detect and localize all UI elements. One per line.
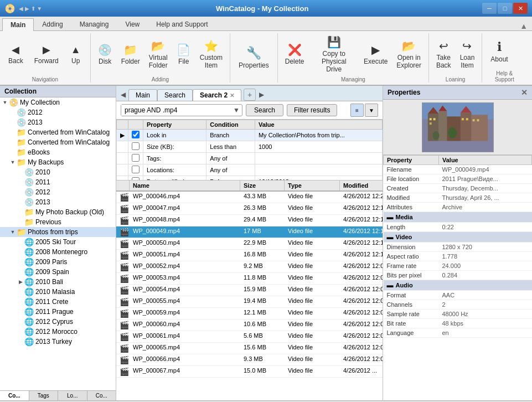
tree-item-ebooks[interactable]: 📁eBooks <box>0 147 116 157</box>
file-list-row[interactable]: 🎬 WP_000047.mp4 26.3 MB Video file 4/26/… <box>116 203 383 215</box>
file-list-row[interactable]: 🎬 WP_000052.mp4 9.2 MB Video file 4/26/2… <box>116 261 383 273</box>
props-section-audio[interactable]: ▬Audio <box>384 280 532 291</box>
file-list-row[interactable]: 🎬 WP_000055.mp4 19.4 MB Video file 4/26/… <box>116 296 383 308</box>
filter-checkbox[interactable] <box>132 166 140 173</box>
file-list-row[interactable]: 🎬 WP_000050.mp4 22.9 MB Video file 4/26/… <box>116 238 383 250</box>
properties-button[interactable]: 🔧 Properties <box>234 44 274 71</box>
file-list-row[interactable]: 🎬 WP_000065.mp4 15.6 MB Video file 4/26/… <box>116 343 383 354</box>
take-back-button[interactable]: ↩ TakeBack <box>432 37 455 71</box>
tab-managing[interactable]: Managing <box>71 18 117 30</box>
tree-item-my_collection[interactable]: ▼📀My Collection <box>0 97 116 107</box>
file-list-row[interactable]: 🎬 WP_000067.mp4 15.0 MB Video file 4/26/… <box>116 366 383 378</box>
filter-row-check[interactable] <box>128 176 143 181</box>
virtual-folder-button[interactable]: 📂 VirtualFolder <box>145 37 172 71</box>
file-list-row[interactable]: 🎬 WP_000049.mp4 17 MB Video file 4/26/20… <box>116 226 383 238</box>
file-list-row[interactable]: 🎬 WP_000054.mp4 15.9 MB Video file 4/26/… <box>116 285 383 296</box>
close-button[interactable]: ✕ <box>513 3 528 14</box>
tab-add-button[interactable]: + <box>244 89 256 101</box>
filter-checkbox[interactable] <box>132 142 140 150</box>
props-section-video[interactable]: ▬Video <box>384 232 532 243</box>
tree-item-2012_cyprus[interactable]: 🌐2012 Cyprus <box>0 317 116 327</box>
loan-item-button[interactable]: ↪ LoanItem <box>456 37 479 71</box>
sidebar-tab-locations[interactable]: Lo... <box>58 391 87 400</box>
tree-item-2010_bali[interactable]: ▶🌐2010 Bali <box>0 277 116 287</box>
col-name[interactable]: Name <box>130 181 240 190</box>
props-section-header-media[interactable]: ▬Media <box>384 212 532 223</box>
tree-item-converted1[interactable]: 📁Converted from WinCatalog <box>0 127 116 137</box>
tree-item-previous[interactable]: 📁Previous <box>0 217 116 227</box>
tab-search2[interactable]: Search 2 ✕ <box>193 89 241 101</box>
tab-prev-button[interactable]: ◀ <box>117 89 128 101</box>
tree-item-2009_spain[interactable]: 🌐2009 Spain <box>0 267 116 277</box>
tree-item-2010b[interactable]: 💿2010 <box>0 167 116 177</box>
tree-item-my_backups[interactable]: ▼📁My Backups <box>0 157 116 167</box>
tree-item-2009_paris[interactable]: 🌐2009 Paris <box>0 257 116 267</box>
filter-row-check[interactable] <box>128 130 143 141</box>
view-options-button[interactable]: ▼ <box>365 104 378 117</box>
tree-item-2005_ski[interactable]: 🌐2005 Ski Tour <box>0 237 116 247</box>
filter-row[interactable]: Date modified: Before 12/12/2013 <box>117 176 383 181</box>
col-modified[interactable]: Modified <box>340 181 383 190</box>
tab-next-button[interactable]: ▶ <box>256 89 267 101</box>
tree-item-2011_prague[interactable]: 🌐2011 Prague <box>0 307 116 317</box>
tree-item-2012a[interactable]: 💿2012 <box>0 107 116 117</box>
maximize-button[interactable]: □ <box>498 3 512 14</box>
file-list-row[interactable]: 🎬 WP_000066.mp4 9.3 MB Video file 4/26/2… <box>116 354 383 366</box>
open-explorer-button[interactable]: 📂 Open inExplorer <box>392 37 425 71</box>
tree-item-photos_from_trips[interactable]: ▼📁Photos from trips <box>0 227 116 237</box>
filter-row[interactable]: Size (KB): Less than 1000 <box>117 141 383 153</box>
filter-row[interactable]: Locations: Any of <box>117 164 383 176</box>
tree-item-2010_malasia[interactable]: 🌐2010 Malasia <box>0 287 116 297</box>
props-section-media[interactable]: ▬Media <box>384 212 532 223</box>
tree-item-2012b[interactable]: 💿2012 <box>0 187 116 197</box>
minimize-button[interactable]: ─ <box>482 3 497 14</box>
tree-item-2013b[interactable]: 💿2013 <box>0 197 116 207</box>
file-button[interactable]: 📄 File <box>173 41 195 68</box>
tab-search[interactable]: Search <box>157 89 193 101</box>
delete-button[interactable]: ❌ Delete <box>281 41 308 68</box>
disk-button[interactable]: 💿 Disk <box>94 41 116 68</box>
file-list-row[interactable]: 🎬 WP_000048.mp4 29.4 MB Video file 4/26/… <box>116 215 383 226</box>
file-list-row[interactable]: 🎬 WP_000060.mp4 10.6 MB Video file 4/26/… <box>116 319 383 331</box>
tree-item-2011_crete[interactable]: 🌐2011 Crete <box>0 297 116 307</box>
tab-search2-close[interactable]: ✕ <box>230 92 234 99</box>
props-section-header-video[interactable]: ▬Video <box>384 232 532 243</box>
tab-main[interactable]: Main <box>128 89 157 101</box>
filter-row-check[interactable] <box>128 141 143 153</box>
tab-help[interactable]: Help and Support <box>148 18 216 30</box>
filter-row-check[interactable] <box>128 164 143 176</box>
filter-row[interactable]: Tags: Any of <box>117 153 383 164</box>
tree-item-2013a[interactable]: 💿2013 <box>0 117 116 127</box>
tree-item-2013_turkey[interactable]: 🌐2013 Turkey <box>0 337 116 347</box>
folder-button[interactable]: 📁 Folder <box>117 41 144 68</box>
file-list-row[interactable]: 🎬 WP_000059.mp4 12.1 MB Video file 4/26/… <box>116 308 383 319</box>
tab-adding[interactable]: Adding <box>34 18 71 30</box>
sidebar-tree[interactable]: ▼📀My Collection💿2012💿2013📁Converted from… <box>0 97 116 390</box>
file-list-row[interactable]: 🎬 WP_000061.mp4 5.6 MB Video file 4/26/2… <box>116 331 383 343</box>
col-size[interactable]: Size <box>240 181 285 190</box>
properties-panel-close[interactable]: ✕ <box>521 88 528 97</box>
about-button[interactable]: ℹ About <box>485 38 513 65</box>
back-button[interactable]: ◀ Back <box>3 42 28 67</box>
tree-item-2012_morocco[interactable]: 🌐2012 Morocco <box>0 327 116 337</box>
tree-item-converted2[interactable]: 📁Converted from WinCatalog <box>0 137 116 147</box>
sidebar-tab-collection[interactable]: Co... <box>0 391 29 400</box>
file-list-row[interactable]: 🎬 WP_000053.mp4 11.8 MB Video file 4/26/… <box>116 273 383 285</box>
search-button[interactable]: Search <box>246 104 283 116</box>
tree-item-my_photo_backup[interactable]: 📁My Photo Backup (Old) <box>0 207 116 217</box>
sidebar-tab-tags[interactable]: Tags <box>29 391 59 400</box>
filter-checkbox[interactable] <box>132 131 140 138</box>
tab-main[interactable]: Main <box>2 18 34 31</box>
filter-results-button[interactable]: Filter results <box>287 104 337 116</box>
props-section-header-audio[interactable]: ▬Audio <box>384 280 532 291</box>
filter-checkbox[interactable] <box>132 154 140 162</box>
ribbon-collapse-icon[interactable]: ▲ <box>520 22 528 30</box>
tree-item-2011b[interactable]: 💿2011 <box>0 177 116 187</box>
file-list-row[interactable]: 🎬 WP_000046.mp4 43.3 MB Video file 4/26/… <box>116 192 383 203</box>
file-list-row[interactable]: 🎬 WP_000051.mp4 16.8 MB Video file 4/26/… <box>116 250 383 261</box>
tree-item-2008_montenegro[interactable]: 🌐2008 Montenegro <box>0 247 116 257</box>
file-list[interactable]: Name Size Type Modified 🎬 WP_000046.mp4 … <box>116 181 383 400</box>
tab-view[interactable]: View <box>117 18 148 30</box>
filter-row-check[interactable] <box>128 153 143 164</box>
search-dropdown-button[interactable]: ▼ <box>231 105 242 115</box>
